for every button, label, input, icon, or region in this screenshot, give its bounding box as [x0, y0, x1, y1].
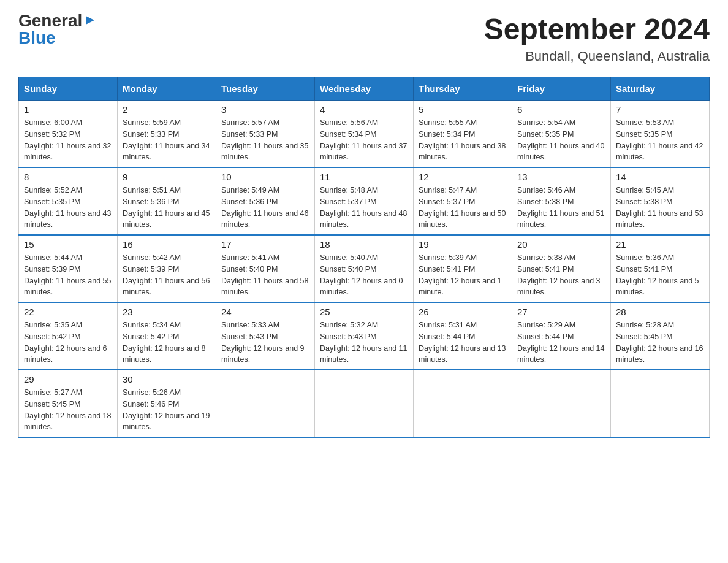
day-detail: Sunrise: 5:29 AMSunset: 5:44 PMDaylight:… — [517, 320, 605, 366]
calendar-day-cell — [216, 370, 315, 437]
day-number: 5 — [419, 104, 507, 115]
col-header-monday: Monday — [118, 77, 216, 101]
calendar-week-row: 8Sunrise: 5:52 AMSunset: 5:35 PMDaylight… — [19, 167, 710, 235]
calendar-day-cell: 1Sunrise: 6:00 AMSunset: 5:32 PMDaylight… — [19, 101, 118, 168]
calendar-day-cell: 13Sunrise: 5:46 AMSunset: 5:38 PMDayligh… — [512, 167, 611, 235]
day-number: 18 — [320, 239, 408, 250]
calendar-day-cell — [414, 370, 512, 437]
calendar-week-row: 15Sunrise: 5:44 AMSunset: 5:39 PMDayligh… — [19, 235, 710, 302]
calendar-day-cell: 27Sunrise: 5:29 AMSunset: 5:44 PMDayligh… — [512, 302, 611, 370]
svg-marker-0 — [86, 16, 94, 25]
page-header: General Blue September 2024 Bundall, Que… — [18, 12, 710, 64]
day-detail: Sunrise: 5:27 AMSunset: 5:45 PMDaylight:… — [24, 387, 112, 433]
calendar-day-cell: 3Sunrise: 5:57 AMSunset: 5:33 PMDaylight… — [216, 101, 315, 168]
location-title: Bundall, Queensland, Australia — [484, 48, 710, 64]
day-detail: Sunrise: 5:56 AMSunset: 5:34 PMDaylight:… — [320, 117, 408, 163]
calendar-day-cell: 24Sunrise: 5:33 AMSunset: 5:43 PMDayligh… — [216, 302, 315, 370]
day-number: 20 — [517, 239, 605, 250]
day-detail: Sunrise: 5:41 AMSunset: 5:40 PMDaylight:… — [221, 252, 309, 298]
day-detail: Sunrise: 5:47 AMSunset: 5:37 PMDaylight:… — [419, 185, 507, 231]
day-detail: Sunrise: 5:36 AMSunset: 5:41 PMDaylight:… — [616, 252, 704, 298]
calendar-day-cell: 11Sunrise: 5:48 AMSunset: 5:37 PMDayligh… — [315, 167, 414, 235]
calendar-day-cell: 25Sunrise: 5:32 AMSunset: 5:43 PMDayligh… — [315, 302, 414, 370]
calendar-day-cell: 12Sunrise: 5:47 AMSunset: 5:37 PMDayligh… — [414, 167, 512, 235]
day-detail: Sunrise: 5:53 AMSunset: 5:35 PMDaylight:… — [616, 117, 704, 163]
day-detail: Sunrise: 5:31 AMSunset: 5:44 PMDaylight:… — [419, 320, 507, 366]
col-header-sunday: Sunday — [19, 77, 118, 101]
day-detail: Sunrise: 5:48 AMSunset: 5:37 PMDaylight:… — [320, 185, 408, 231]
day-detail: Sunrise: 5:51 AMSunset: 5:36 PMDaylight:… — [123, 185, 211, 231]
day-number: 1 — [24, 104, 112, 115]
calendar-day-cell: 26Sunrise: 5:31 AMSunset: 5:44 PMDayligh… — [414, 302, 512, 370]
calendar-day-cell: 29Sunrise: 5:27 AMSunset: 5:45 PMDayligh… — [19, 370, 118, 437]
col-header-saturday: Saturday — [611, 77, 710, 101]
col-header-thursday: Thursday — [414, 77, 512, 101]
calendar-table: SundayMondayTuesdayWednesdayThursdayFrid… — [18, 77, 710, 438]
calendar-week-row: 1Sunrise: 6:00 AMSunset: 5:32 PMDaylight… — [19, 101, 710, 168]
calendar-day-cell: 6Sunrise: 5:54 AMSunset: 5:35 PMDaylight… — [512, 101, 611, 168]
day-number: 26 — [419, 307, 507, 317]
day-number: 29 — [24, 374, 112, 385]
col-header-wednesday: Wednesday — [315, 77, 414, 101]
day-number: 9 — [123, 172, 211, 182]
day-detail: Sunrise: 5:39 AMSunset: 5:41 PMDaylight:… — [419, 252, 507, 298]
day-number: 12 — [419, 172, 507, 182]
calendar-week-row: 22Sunrise: 5:35 AMSunset: 5:42 PMDayligh… — [19, 302, 710, 370]
calendar-day-cell: 16Sunrise: 5:42 AMSunset: 5:39 PMDayligh… — [118, 235, 216, 302]
day-number: 2 — [123, 104, 211, 115]
day-detail: Sunrise: 5:40 AMSunset: 5:40 PMDaylight:… — [320, 252, 408, 298]
calendar-day-cell: 21Sunrise: 5:36 AMSunset: 5:41 PMDayligh… — [611, 235, 710, 302]
day-number: 6 — [517, 104, 605, 115]
calendar-day-cell: 20Sunrise: 5:38 AMSunset: 5:41 PMDayligh… — [512, 235, 611, 302]
day-number: 17 — [221, 239, 309, 250]
logo-general: General — [18, 12, 82, 29]
calendar-day-cell: 9Sunrise: 5:51 AMSunset: 5:36 PMDaylight… — [118, 167, 216, 235]
logo-arrow-icon — [83, 13, 97, 27]
day-detail: Sunrise: 5:54 AMSunset: 5:35 PMDaylight:… — [517, 117, 605, 163]
day-number: 23 — [123, 307, 211, 317]
day-number: 15 — [24, 239, 112, 250]
calendar-day-cell: 18Sunrise: 5:40 AMSunset: 5:40 PMDayligh… — [315, 235, 414, 302]
day-detail: Sunrise: 5:34 AMSunset: 5:42 PMDaylight:… — [123, 320, 211, 366]
day-number: 14 — [616, 172, 704, 182]
day-detail: Sunrise: 5:45 AMSunset: 5:38 PMDaylight:… — [616, 185, 704, 231]
day-detail: Sunrise: 5:46 AMSunset: 5:38 PMDaylight:… — [517, 185, 605, 231]
calendar-day-cell: 28Sunrise: 5:28 AMSunset: 5:45 PMDayligh… — [611, 302, 710, 370]
calendar-day-cell: 8Sunrise: 5:52 AMSunset: 5:35 PMDaylight… — [19, 167, 118, 235]
day-detail: Sunrise: 5:49 AMSunset: 5:36 PMDaylight:… — [221, 185, 309, 231]
day-number: 24 — [221, 307, 309, 317]
day-number: 30 — [123, 374, 211, 385]
calendar-day-cell: 22Sunrise: 5:35 AMSunset: 5:42 PMDayligh… — [19, 302, 118, 370]
calendar-header-row: SundayMondayTuesdayWednesdayThursdayFrid… — [19, 77, 710, 101]
day-number: 10 — [221, 172, 309, 182]
day-number: 16 — [123, 239, 211, 250]
day-detail: Sunrise: 5:57 AMSunset: 5:33 PMDaylight:… — [221, 117, 309, 163]
calendar-week-row: 29Sunrise: 5:27 AMSunset: 5:45 PMDayligh… — [19, 370, 710, 437]
calendar-day-cell: 19Sunrise: 5:39 AMSunset: 5:41 PMDayligh… — [414, 235, 512, 302]
day-number: 27 — [517, 307, 605, 317]
day-number: 7 — [616, 104, 704, 115]
day-number: 19 — [419, 239, 507, 250]
day-detail: Sunrise: 5:55 AMSunset: 5:34 PMDaylight:… — [419, 117, 507, 163]
day-number: 22 — [24, 307, 112, 317]
day-number: 21 — [616, 239, 704, 250]
day-detail: Sunrise: 5:52 AMSunset: 5:35 PMDaylight:… — [24, 185, 112, 231]
day-detail: Sunrise: 5:42 AMSunset: 5:39 PMDaylight:… — [123, 252, 211, 298]
calendar-day-cell: 14Sunrise: 5:45 AMSunset: 5:38 PMDayligh… — [611, 167, 710, 235]
calendar-day-cell: 30Sunrise: 5:26 AMSunset: 5:46 PMDayligh… — [118, 370, 216, 437]
day-number: 13 — [517, 172, 605, 182]
day-detail: Sunrise: 6:00 AMSunset: 5:32 PMDaylight:… — [24, 117, 112, 163]
calendar-day-cell: 17Sunrise: 5:41 AMSunset: 5:40 PMDayligh… — [216, 235, 315, 302]
month-title: September 2024 — [484, 12, 710, 46]
calendar-day-cell: 2Sunrise: 5:59 AMSunset: 5:33 PMDaylight… — [118, 101, 216, 168]
calendar-day-cell: 23Sunrise: 5:34 AMSunset: 5:42 PMDayligh… — [118, 302, 216, 370]
day-number: 25 — [320, 307, 408, 317]
calendar-day-cell: 10Sunrise: 5:49 AMSunset: 5:36 PMDayligh… — [216, 167, 315, 235]
day-detail: Sunrise: 5:59 AMSunset: 5:33 PMDaylight:… — [123, 117, 211, 163]
calendar-day-cell: 15Sunrise: 5:44 AMSunset: 5:39 PMDayligh… — [19, 235, 118, 302]
day-detail: Sunrise: 5:32 AMSunset: 5:43 PMDaylight:… — [320, 320, 408, 366]
day-number: 8 — [24, 172, 112, 182]
calendar-day-cell — [315, 370, 414, 437]
title-block: September 2024 Bundall, Queensland, Aust… — [484, 12, 710, 64]
day-detail: Sunrise: 5:38 AMSunset: 5:41 PMDaylight:… — [517, 252, 605, 298]
